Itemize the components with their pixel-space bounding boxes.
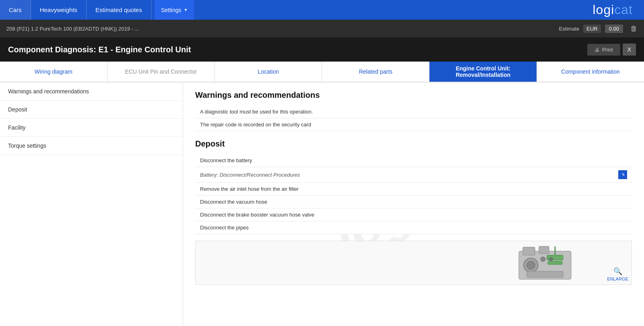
breadcrumb-bar: 208 (P21) 1.2 PureTech 100 (EB2ADTD (HNK… (0, 20, 644, 37)
sidebar-item-torque[interactable]: Torque settings (0, 137, 183, 155)
tab-component-information[interactable]: Component information (537, 62, 644, 82)
logo: logicat (593, 0, 644, 20)
tab-location[interactable]: Location (215, 62, 322, 82)
svg-rect-1 (523, 247, 535, 255)
page-header: Component Diagnosis: E1 - Engine Control… (0, 37, 644, 62)
trash-icon[interactable]: 🗑 (630, 25, 638, 33)
main-content: logicat Warnings and recommendations A d… (183, 83, 644, 326)
tabs-bar: Wiring diagram ECU Unit Pin and Connecto… (0, 62, 644, 83)
nav-estimated-quotes[interactable]: Estimated quotes (87, 0, 151, 20)
estimate-area: Estimate EUR 0.00 🗑 (559, 25, 638, 33)
estimate-label: Estimate (559, 26, 580, 32)
warnings-item-1: A diagnostic tool must be used for this … (195, 105, 632, 118)
settings-label: Settings (161, 7, 182, 13)
deposit-item-link: Battery: Disconnect/Reconnect Procedures… (195, 167, 632, 183)
estimate-currency: EUR (583, 25, 601, 33)
breadcrumb: 208 (P21) 1.2 PureTech 100 (EB2ADTD (HNK… (6, 26, 139, 32)
svg-rect-2 (539, 246, 549, 254)
svg-point-10 (541, 257, 545, 262)
content-area: Warnings and recommendations Deposit Fac… (0, 83, 644, 326)
tab-wiring-diagram[interactable]: Wiring diagram (0, 62, 107, 82)
image-area: 🔍 ENLARGE (195, 241, 632, 285)
svg-rect-9 (527, 271, 563, 277)
enlarge-label: ENLARGE (607, 276, 628, 281)
page-title: Component Diagnosis: E1 - Engine Control… (8, 45, 191, 54)
tab-removal-installation[interactable]: Engine Control Unit: Removal/Installatio… (429, 62, 537, 82)
deposit-item-5: Disconnect the brake booster vacuum hose… (195, 208, 632, 221)
section-warnings-title: Warnings and recommendations (195, 91, 632, 100)
tab-ecu-pin[interactable]: ECU Unit Pin and Connector (107, 62, 215, 82)
svg-rect-6 (548, 261, 562, 264)
print-button[interactable]: 🖨 Print (587, 44, 620, 56)
header-actions: 🖨 Print X (587, 43, 636, 56)
edit-link-icon[interactable]: ✎ (618, 170, 627, 179)
nav-cars[interactable]: Cars (0, 0, 31, 20)
warnings-item-2: The repair code is recorded on the secur… (195, 118, 632, 131)
close-button[interactable]: X (623, 43, 636, 56)
deposit-item-3: Remove the air inlet hose from the air f… (195, 183, 632, 196)
top-navigation: Cars Heavyweights Estimated quotes Setti… (0, 0, 644, 20)
engine-image-placeholder (196, 241, 632, 285)
nav-heavyweights[interactable]: Heavyweights (31, 0, 87, 20)
settings-button[interactable]: Settings ▼ (155, 0, 194, 20)
enlarge-icon: 🔍 (613, 267, 622, 276)
svg-point-11 (549, 258, 553, 261)
sidebar-item-warnings[interactable]: Warnings and recommendations (0, 83, 183, 101)
estimate-value: 0.00 (605, 25, 623, 33)
deposit-item-4: Disconnect the vacuum hose (195, 196, 632, 208)
left-sidebar: Warnings and recommendations Deposit Fac… (0, 83, 183, 326)
tab-related-parts[interactable]: Related parts (322, 62, 429, 82)
section-deposit-title: Deposit (195, 139, 632, 149)
chevron-down-icon: ▼ (184, 8, 188, 12)
content-body: Warnings and recommendations A diagnosti… (195, 91, 632, 285)
sidebar-item-facility[interactable]: Facility (0, 119, 183, 137)
print-icon: 🖨 (594, 47, 600, 53)
svg-point-4 (527, 261, 535, 269)
enlarge-button[interactable]: 🔍 ENLARGE (607, 267, 628, 281)
engine-image (515, 243, 587, 283)
deposit-item-1: Disconnect the battery (195, 154, 632, 167)
sidebar-item-deposit[interactable]: Deposit (0, 101, 183, 119)
deposit-item-6: Disconnect the pipes (195, 221, 632, 234)
